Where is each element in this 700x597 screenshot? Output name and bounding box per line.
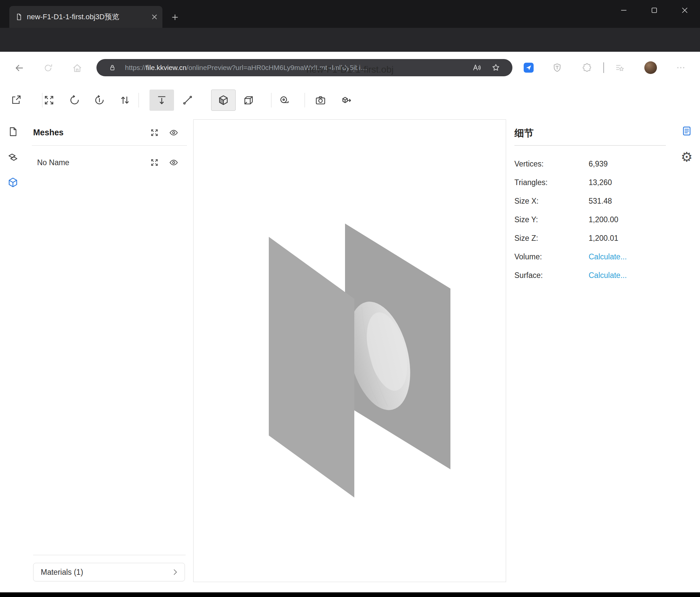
new-tab-icon[interactable] <box>168 10 182 24</box>
details-panel-icon[interactable] <box>677 122 696 140</box>
details-row: Size X: 531.48 <box>515 192 667 210</box>
window-controls <box>608 0 700 21</box>
details-label: Volume: <box>515 253 589 261</box>
measure-line-button[interactable] <box>177 90 198 111</box>
details-row: Vertices: 6,939 <box>515 154 667 173</box>
minimize-icon[interactable] <box>608 0 639 21</box>
maximize-icon[interactable] <box>639 0 670 21</box>
materials-button[interactable]: Materials (1) <box>33 563 185 581</box>
toolbar-separator <box>139 93 139 108</box>
details-value: 1,200.01 <box>589 234 619 243</box>
model-plane-left <box>269 237 354 498</box>
details-label: Size X: <box>515 197 589 206</box>
details-value: 531.48 <box>589 197 612 206</box>
details-label: Vertices: <box>515 160 589 168</box>
details-row: Volume: Calculate... <box>515 247 667 266</box>
rotate-axis-button[interactable] <box>89 90 110 111</box>
calculate-surface-link[interactable]: Calculate... <box>589 271 627 280</box>
mesh-item-visibility-eye-icon[interactable] <box>166 155 181 170</box>
meshes-fit-icon[interactable] <box>147 125 162 140</box>
mesh-item-fit-icon[interactable] <box>147 155 162 170</box>
settings-gear-icon[interactable]: ⚙ <box>677 148 696 166</box>
tab-title: new-F1-D1-1-first.obj3D预览 <box>27 12 147 22</box>
solid-view-button[interactable] <box>211 90 236 111</box>
details-label: Surface: <box>515 271 589 280</box>
toolbar-separator <box>305 93 305 108</box>
details-row: Surface: Calculate... <box>515 266 667 285</box>
details-label: Size Z: <box>515 234 589 243</box>
3d-model-render <box>194 120 506 582</box>
3d-viewport[interactable] <box>193 119 506 582</box>
chevron-right-icon <box>171 569 179 576</box>
meshes-header: Meshes <box>33 128 64 137</box>
close-icon[interactable] <box>670 0 700 21</box>
panel-divider <box>515 145 666 146</box>
browser-navbar: https://file.kkview.cn/onlinePreview?url… <box>0 28 700 52</box>
calculate-volume-link[interactable]: Calculate... <box>589 253 627 261</box>
details-label: Size Y: <box>515 215 589 224</box>
measure-tape-button[interactable] <box>274 90 295 111</box>
flip-vertical-button[interactable] <box>114 90 135 111</box>
details-value: 1,200.00 <box>589 215 619 224</box>
details-header: 细节 <box>515 127 534 140</box>
materials-button-label: Materials (1) <box>41 568 171 577</box>
details-row: Triangles: 13,260 <box>515 173 667 192</box>
mesh-item-label[interactable]: No Name <box>37 158 69 167</box>
model-cube-icon[interactable] <box>4 173 22 192</box>
details-rows: Vertices: 6,939 Triangles: 13,260 Size X… <box>515 154 667 285</box>
import-button[interactable] <box>5 90 26 111</box>
details-label: Triangles: <box>515 178 589 187</box>
fit-view-button[interactable] <box>39 90 60 111</box>
details-value: 6,939 <box>589 160 608 168</box>
browser-tab[interactable]: new-F1-D1-1-first.obj3D预览 <box>9 6 162 28</box>
rotate-free-button[interactable] <box>64 90 85 111</box>
details-row: Size Z: 1,200.01 <box>515 229 667 247</box>
tab-strip: new-F1-D1-1-first.obj3D预览 <box>0 0 700 28</box>
panel-divider <box>33 555 185 555</box>
document-favicon <box>15 13 23 21</box>
details-value: 13,260 <box>589 178 612 187</box>
export-model-button[interactable] <box>336 90 357 111</box>
page-title: new-F1-D1-1-first.obj <box>0 64 700 75</box>
panel-divider <box>32 145 187 146</box>
tab-close-icon[interactable] <box>151 14 158 20</box>
window-bottom-edge <box>0 592 700 597</box>
screenshot-button[interactable] <box>310 90 331 111</box>
meshes-visibility-eye-icon[interactable] <box>166 125 181 140</box>
wireframe-view-button[interactable] <box>238 90 259 111</box>
materials-icon[interactable] <box>4 148 22 167</box>
file-info-icon[interactable] <box>4 122 22 141</box>
details-row: Size Y: 1,200.00 <box>515 210 667 229</box>
drop-to-floor-button[interactable] <box>149 90 174 111</box>
